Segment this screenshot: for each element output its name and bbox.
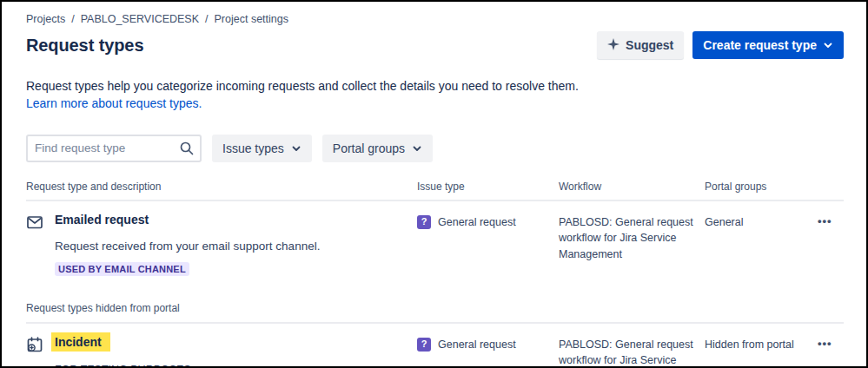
hidden-section-label: Request types hidden from portal [26,302,844,324]
chevron-down-icon [412,143,422,154]
column-header-workflow: Workflow [559,181,698,193]
general-request-icon: ? [417,215,431,229]
portal-groups-dropdown-label: Portal groups [333,141,405,155]
app-window: Projects / PABLO_SERVICEDESK / Project s… [0,0,868,368]
row-actions-cell: ••• [818,213,844,228]
portal-groups-dropdown[interactable]: Portal groups [322,135,433,162]
more-actions-button[interactable]: ••• [818,335,832,350]
issue-types-dropdown-label: Issue types [222,141,284,155]
request-type-cell: Emailed request Request received from yo… [26,213,410,276]
breadcrumb-project-settings[interactable]: Project settings [215,13,288,25]
issue-type-cell: ? General request [417,335,552,353]
sparkle-icon [607,38,620,53]
column-header-actions [818,181,844,193]
request-type-name[interactable]: Emailed request [55,213,149,227]
issue-types-dropdown[interactable]: Issue types [212,135,312,162]
workflow-cell: PABLOSD: General request workflow for Ji… [559,335,698,368]
intro-description: Request types help you categorize incomi… [26,77,844,95]
incident-icon [26,336,43,353]
column-header-request-type: Request type and description [26,181,410,193]
portal-groups-cell: Hidden from portal [705,335,811,353]
breadcrumb-project[interactable]: PABLO_SERVICEDESK [81,13,199,25]
suggest-button-label: Suggest [626,38,673,52]
request-type-name[interactable]: Incident [51,332,110,352]
issue-type-label: General request [438,337,516,353]
page-title: Request types [26,36,143,56]
breadcrumb-separator: / [71,13,74,25]
column-header-issue-type: Issue type [417,181,552,193]
search-input[interactable] [26,135,202,162]
suggest-button[interactable]: Suggest [597,31,684,59]
request-type-cell: Incident FOR TESTING PURPOSES [26,335,410,368]
table-row: Incident FOR TESTING PURPOSES ? General … [26,324,844,368]
column-header-portal-groups: Portal groups [705,181,811,193]
page-header: Request types Suggest Create request typ… [26,31,844,59]
breadcrumb-projects[interactable]: Projects [26,13,65,25]
more-actions-button[interactable]: ••• [818,213,832,227]
issue-type-cell: ? General request [417,213,552,231]
chevron-down-icon [823,40,833,50]
breadcrumb-separator: / [205,13,208,25]
mail-icon [26,214,43,231]
create-request-type-label: Create request type [703,38,817,52]
request-types-table: Request type and description Issue type … [26,181,844,368]
workflow-cell: PABLOSD: General request workflow for Ji… [559,213,698,263]
chevron-down-icon [291,143,301,154]
search-field-wrapper [26,135,202,162]
row-actions-cell: ••• [818,335,844,351]
filter-bar: Issue types Portal groups [26,135,844,162]
learn-more-link[interactable]: Learn more about request types. [26,96,202,110]
table-header-row: Request type and description Issue type … [26,181,844,201]
create-request-type-button[interactable]: Create request type [692,31,844,59]
table-row: Emailed request Request received from yo… [26,201,844,276]
email-channel-badge: USED BY EMAIL CHANNEL [55,262,189,276]
breadcrumb: Projects / PABLO_SERVICEDESK / Project s… [26,13,844,25]
issue-type-label: General request [438,214,516,231]
request-type-description: FOR TESTING PURPOSES [55,364,410,368]
intro-section: Request types help you categorize incomi… [26,77,844,113]
general-request-icon: ? [417,338,431,352]
request-type-description: Request received from your email support… [55,240,410,253]
portal-groups-cell: General [705,213,811,231]
